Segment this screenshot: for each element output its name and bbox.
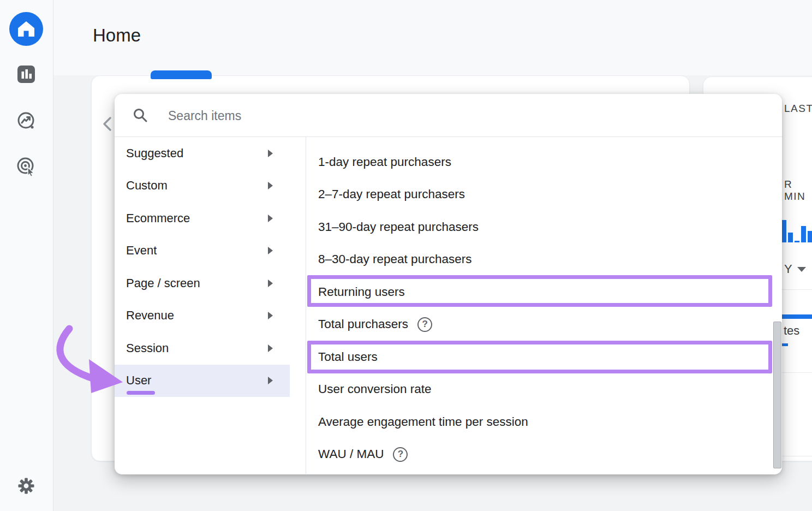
country-dropdown-label-fragment[interactable]: Y <box>784 262 792 276</box>
metric-label: Average engagement time per session <box>318 415 528 429</box>
chevron-right-icon <box>268 182 273 189</box>
bar-chart-icon <box>17 65 35 86</box>
divider <box>782 372 812 373</box>
nav-explore-button[interactable] <box>9 105 43 139</box>
category-label: Suggested <box>126 146 183 161</box>
metric-1-day-repeat-purchasers[interactable]: 1-day repeat purchasers <box>306 146 782 179</box>
search-input[interactable] <box>167 104 715 128</box>
left-nav-sidebar <box>0 0 53 511</box>
chevron-left-icon[interactable] <box>100 115 114 133</box>
category-label: Custom <box>126 179 168 193</box>
chevron-down-icon[interactable] <box>797 267 806 272</box>
nav-home-button[interactable] <box>9 13 43 47</box>
gear-icon <box>17 477 35 497</box>
annotation-box-returning-users <box>307 275 772 307</box>
metric-label: User conversion rate <box>318 382 432 396</box>
category-label: Event <box>126 243 157 258</box>
metric-label: 1-day repeat purchasers <box>318 155 451 169</box>
table-header-accent <box>782 314 812 319</box>
category-list: Suggested Custom Ecommerce Event Page / … <box>115 137 306 474</box>
realtime-tab-fragment[interactable]: tes <box>784 324 799 338</box>
metric-total-purchasers[interactable]: Total purchasers ? <box>306 308 782 341</box>
metric-label: WAU / MAU <box>318 447 384 461</box>
ga4-home-screen: Home LAST R MIN Y tes <box>0 0 812 511</box>
divider <box>782 289 812 290</box>
scrollbar-thumb[interactable] <box>773 322 781 468</box>
help-icon[interactable]: ? <box>393 447 408 462</box>
page-title: Home <box>93 25 141 46</box>
realtime-subtitle-fragment: R MIN <box>784 179 812 203</box>
category-session[interactable]: Session <box>115 332 306 365</box>
metric-2-7-day-repeat-purchasers[interactable]: 2–7-day repeat purchasers <box>306 179 782 211</box>
bar <box>795 241 799 242</box>
metric-label: 2–7-day repeat purchasers <box>318 187 465 201</box>
chevron-right-icon <box>268 150 273 157</box>
category-event[interactable]: Event <box>115 235 306 268</box>
category-label: Page / screen <box>126 276 200 290</box>
metric-average-engagement-time-per-session[interactable]: Average engagement time per session <box>306 406 782 438</box>
help-icon[interactable]: ? <box>417 317 432 332</box>
metric-8-30-day-repeat-purchasers[interactable]: 8–30-day repeat purchasers <box>306 243 782 276</box>
search-icon <box>133 108 148 125</box>
chevron-right-icon <box>268 377 273 384</box>
chevron-right-icon <box>268 344 273 352</box>
chevron-right-icon <box>268 280 273 287</box>
category-page-screen[interactable]: Page / screen <box>115 267 306 300</box>
nav-advertising-button[interactable] <box>9 151 43 185</box>
metric-label: 31–90-day repeat purchasers <box>318 220 479 234</box>
chevron-right-icon <box>268 215 273 222</box>
nav-settings-button[interactable] <box>9 470 43 504</box>
category-label: Ecommerce <box>126 211 190 225</box>
realtime-bar-chart <box>781 219 812 242</box>
category-custom[interactable]: Custom <box>115 170 306 203</box>
explore-icon <box>16 111 36 133</box>
metric-label: 8–30-day repeat purchasers <box>318 252 471 266</box>
bar <box>788 233 793 242</box>
nav-reports-button[interactable] <box>9 58 43 92</box>
tab-underline-indicator <box>782 343 788 346</box>
metric-31-90-day-repeat-purchasers[interactable]: 31–90-day repeat purchasers <box>306 211 782 243</box>
bar <box>808 231 812 242</box>
metric-user-conversion-rate[interactable]: User conversion rate <box>306 373 782 406</box>
metric-wau-mau[interactable]: WAU / MAU ? <box>306 438 782 471</box>
category-suggested[interactable]: Suggested <box>115 137 306 170</box>
search-bar <box>115 94 782 136</box>
divider <box>782 456 812 456</box>
annotation-box-total-users <box>307 341 772 373</box>
annotation-arrow <box>46 317 134 412</box>
home-icon <box>9 12 43 48</box>
chevron-right-icon <box>268 312 273 319</box>
metric-label: Total purchasers <box>318 317 408 331</box>
bar <box>801 226 806 242</box>
top-band <box>53 0 812 75</box>
category-revenue[interactable]: Revenue <box>115 300 306 332</box>
bar <box>781 220 786 242</box>
realtime-title-fragment: LAST <box>784 103 812 115</box>
chevron-right-icon <box>268 247 273 254</box>
advertising-target-icon <box>16 157 36 179</box>
active-tab-indicator <box>151 70 212 79</box>
category-ecommerce[interactable]: Ecommerce <box>115 202 306 235</box>
